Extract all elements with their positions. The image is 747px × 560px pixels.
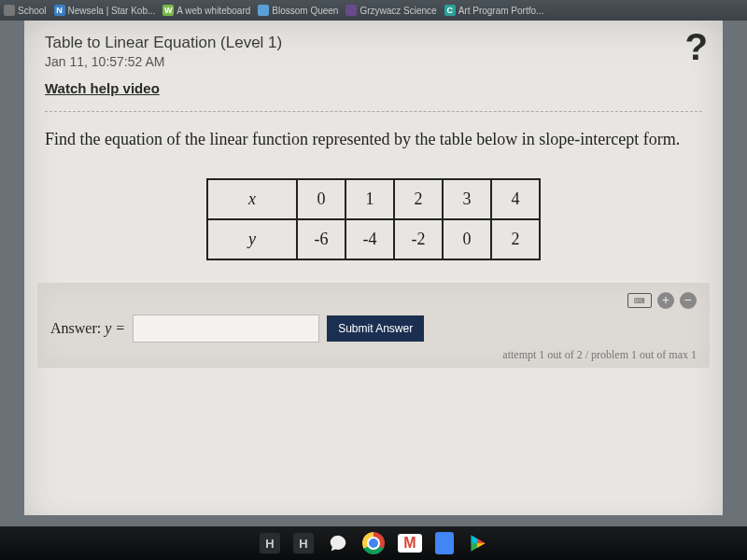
os-taskbar: H H M [0, 526, 747, 560]
problem-card: ? Table to Linear Equation (Level 1) Jan… [24, 21, 723, 515]
answer-input[interactable] [133, 315, 319, 343]
taskbar-app-icon[interactable]: H [260, 533, 280, 553]
table-cell: -6 [297, 219, 345, 259]
browser-tab[interactable]: Grzywacz Science [345, 5, 436, 16]
table-cell: 3 [443, 179, 491, 219]
browser-tab[interactable]: Blossom Queen [258, 5, 338, 16]
tab-favicon: W [162, 5, 174, 16]
table-cell: 4 [491, 179, 540, 219]
browser-tab[interactable]: School [4, 5, 47, 16]
problem-timestamp: Jan 11, 10:57:52 AM [45, 54, 702, 69]
browser-tab-bar: School N Newsela | Star Kob... W A web w… [0, 0, 747, 21]
taskbar-app-icon[interactable]: H [293, 533, 314, 553]
gmail-icon[interactable]: M [398, 534, 422, 553]
attempt-status: attempt 1 out of 2 / problem 1 out of ma… [50, 348, 697, 362]
table-cell: 2 [394, 179, 443, 219]
answer-bar: ⌨ + − Answer: y = Submit Answer attempt … [37, 283, 710, 368]
docs-icon[interactable] [435, 532, 454, 554]
table-row: x 0 1 2 3 4 [207, 179, 540, 219]
table-cell: 0 [443, 219, 491, 259]
minus-button[interactable]: − [680, 292, 697, 309]
watch-help-video-link[interactable]: Watch help video [45, 80, 160, 96]
tab-label: School [18, 6, 47, 16]
chrome-icon[interactable] [362, 532, 385, 554]
table-cell: 2 [491, 219, 540, 259]
tab-favicon: C [444, 5, 456, 16]
tab-favicon: N [54, 5, 65, 16]
plus-button[interactable]: + [657, 292, 674, 309]
submit-answer-button[interactable]: Submit Answer [327, 315, 424, 342]
table-cell: -2 [394, 219, 443, 259]
browser-tab[interactable]: C Art Program Portfo... [444, 5, 544, 16]
problem-title: Table to Linear Equation (Level 1) [45, 34, 702, 52]
table-cell: 0 [297, 179, 345, 219]
keyboard-icon[interactable]: ⌨ [627, 293, 652, 308]
help-icon[interactable]: ? [685, 26, 708, 68]
data-table: x 0 1 2 3 4 y -6 -4 -2 0 2 [206, 178, 541, 260]
tab-label: Newsela | Star Kob... [68, 6, 156, 16]
browser-tab[interactable]: W A web whiteboard [162, 5, 250, 16]
tab-label: Grzywacz Science [359, 6, 436, 16]
row-label-x: x [207, 179, 297, 219]
divider [45, 111, 702, 112]
tab-favicon [345, 5, 357, 16]
answer-label: Answer: y = [50, 320, 125, 337]
table-row: y -6 -4 -2 0 2 [207, 219, 540, 259]
problem-prompt: Find the equation of the linear function… [45, 127, 702, 152]
play-store-icon[interactable] [467, 533, 487, 553]
chat-icon[interactable] [327, 532, 349, 554]
tab-label: Blossom Queen [272, 6, 338, 16]
tab-favicon [4, 5, 15, 16]
row-label-y: y [207, 219, 297, 259]
table-cell: -4 [345, 219, 394, 259]
browser-tab[interactable]: N Newsela | Star Kob... [54, 5, 156, 16]
tab-favicon [258, 5, 269, 16]
table-cell: 1 [345, 179, 394, 219]
tab-label: Art Program Portfo... [458, 6, 544, 16]
tab-label: A web whiteboard [176, 6, 250, 16]
